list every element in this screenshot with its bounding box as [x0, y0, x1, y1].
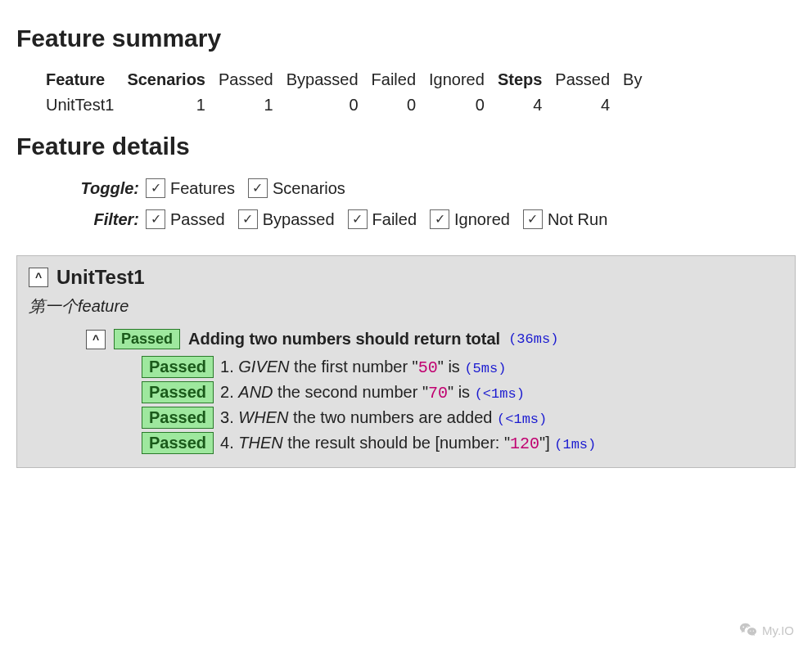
step-time: (5ms): [464, 361, 506, 376]
filter-bypassed-label: Bypassed: [263, 206, 335, 232]
cell-feature: UnitTest1: [39, 92, 120, 118]
cell-bypassed: 0: [280, 92, 365, 118]
filter-label: Filter:: [41, 206, 139, 232]
checkbox-icon: ✓: [146, 209, 165, 229]
filter-notrun[interactable]: ✓ Not Run: [523, 206, 607, 232]
step-status-badge: Passed: [142, 407, 214, 429]
step-text: 3. WHEN the two numbers are added (<1ms): [220, 408, 547, 427]
filter-bypassed[interactable]: ✓ Bypassed: [238, 206, 335, 232]
scenario-header: ^ Passed Adding two numbers should retur…: [86, 329, 783, 349]
col-scenarios: Scenarios: [120, 67, 212, 92]
col-bypassed: Bypassed: [280, 67, 365, 92]
feature-block: ^ UnitTest1 第一个feature ^ Passed Adding t…: [16, 255, 796, 468]
cell-steps-passed: 4: [548, 92, 616, 118]
step-text: 4. THEN the result should be [number: "1…: [220, 434, 596, 453]
checkbox-icon: ✓: [238, 209, 258, 229]
details-heading: Feature details: [16, 133, 796, 160]
filter-failed[interactable]: ✓ Failed: [348, 206, 417, 232]
toggle-row: Toggle: ✓ Features ✓ Scenarios: [41, 175, 796, 201]
col-by: By: [616, 67, 648, 92]
checkbox-icon: ✓: [430, 209, 449, 229]
checkbox-icon: ✓: [146, 178, 165, 198]
filter-passed-label: Passed: [170, 206, 225, 232]
cell-passed: 1: [212, 92, 280, 118]
toggle-features-label: Features: [170, 175, 235, 201]
cell-failed: 0: [365, 92, 422, 118]
step-time: (<1ms): [475, 386, 525, 402]
summary-table: Feature Scenarios Passed Bypassed Failed…: [39, 67, 648, 118]
cell-ignored: 0: [422, 92, 491, 118]
feature-header: ^ UnitTest1: [29, 266, 783, 289]
step-status-badge: Passed: [142, 381, 214, 403]
cell-steps: 4: [491, 92, 548, 118]
toggle-label: Toggle:: [41, 175, 139, 201]
step-text: 1. GIVEN the first number "50" is (5ms): [220, 358, 506, 377]
controls: Toggle: ✓ Features ✓ Scenarios Filter: ✓…: [41, 175, 796, 232]
filter-passed[interactable]: ✓ Passed: [146, 206, 225, 232]
scenario-collapse-button[interactable]: ^: [86, 330, 106, 349]
summary-header-row: Feature Scenarios Passed Bypassed Failed…: [39, 67, 648, 92]
filter-notrun-label: Not Run: [548, 206, 607, 232]
col-feature: Feature: [39, 67, 120, 92]
feature-description: 第一个feature: [29, 295, 783, 317]
step-row: Passed 4. THEN the result should be [num…: [142, 432, 783, 454]
steps-list: Passed 1. GIVEN the first number "50" is…: [142, 356, 783, 454]
scenario-time: (36ms): [508, 331, 558, 347]
toggle-scenarios[interactable]: ✓ Scenarios: [248, 175, 345, 201]
checkbox-icon: ✓: [348, 209, 368, 229]
step-text: 2. AND the second number "70" is (<1ms): [220, 383, 525, 403]
step-row: Passed 3. WHEN the two numbers are added…: [142, 407, 783, 429]
feature-title: UnitTest1: [56, 266, 145, 289]
step-time: (1ms): [554, 437, 596, 452]
cell-by: [616, 92, 648, 118]
checkbox-icon: ✓: [523, 209, 543, 229]
filter-row: Filter: ✓ Passed ✓ Bypassed ✓ Failed ✓ I…: [41, 206, 796, 232]
filter-ignored[interactable]: ✓ Ignored: [430, 206, 510, 232]
summary-data-row: UnitTest1 1 1 0 0 0 4 4: [39, 92, 648, 118]
toggle-scenarios-label: Scenarios: [273, 175, 345, 201]
step-row: Passed 1. GIVEN the first number "50" is…: [142, 356, 783, 378]
toggle-features[interactable]: ✓ Features: [146, 175, 235, 201]
filter-ignored-label: Ignored: [454, 206, 510, 232]
step-status-badge: Passed: [142, 356, 214, 378]
col-steps-passed: Passed: [548, 67, 616, 92]
col-failed: Failed: [365, 67, 422, 92]
summary-heading: Feature summary: [16, 25, 796, 52]
scenario-title: Adding two numbers should return total: [188, 330, 500, 349]
cell-scenarios: 1: [120, 92, 212, 118]
step-row: Passed 2. AND the second number "70" is …: [142, 381, 783, 403]
step-time: (<1ms): [497, 412, 547, 427]
col-passed: Passed: [212, 67, 280, 92]
filter-failed-label: Failed: [372, 206, 417, 232]
scenario-block: ^ Passed Adding two numbers should retur…: [86, 329, 783, 454]
col-ignored: Ignored: [422, 67, 491, 92]
col-steps: Steps: [491, 67, 548, 92]
checkbox-icon: ✓: [248, 178, 268, 198]
scenario-status-badge: Passed: [114, 329, 180, 349]
feature-collapse-button[interactable]: ^: [29, 268, 48, 287]
step-status-badge: Passed: [142, 432, 214, 454]
